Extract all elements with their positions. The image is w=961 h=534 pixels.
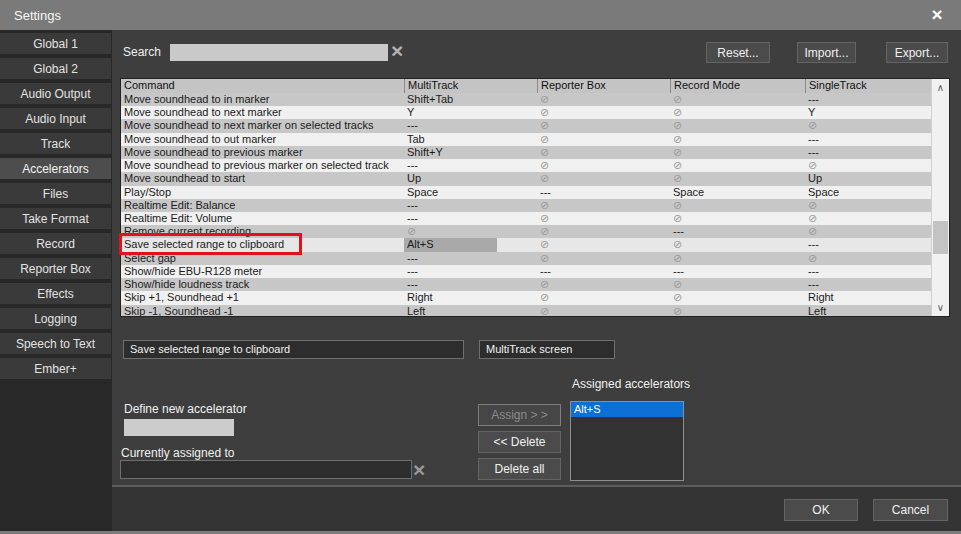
- table-row[interactable]: Move soundhead to next markerY⊘⊘Y: [121, 106, 932, 119]
- table-row[interactable]: Move soundhead to out markerTab⊘⊘---: [121, 133, 932, 146]
- cell-command: Move soundhead to start: [121, 172, 404, 185]
- table-row[interactable]: Move soundhead to in markerShift+Tab⊘⊘--…: [121, 93, 932, 106]
- reset-button[interactable]: Reset...: [706, 42, 770, 63]
- sidebar-item-take-format[interactable]: Take Format: [0, 208, 111, 229]
- cell-command: Skip +1, Soundhead +1: [121, 291, 404, 304]
- vertical-scrollbar[interactable]: ∧ ∨: [931, 79, 949, 316]
- cell-record-mode: Space: [670, 186, 805, 199]
- blocked-icon: ⊘: [537, 225, 670, 238]
- blocked-icon: ⊘: [537, 93, 670, 106]
- assigned-clear-icon[interactable]: ×: [413, 459, 425, 480]
- search-input[interactable]: [170, 44, 388, 61]
- screen-field: MultiTrack screen: [479, 340, 615, 359]
- table-header: CommandMultiTrackReporter BoxRecord Mode…: [121, 79, 932, 93]
- blocked-icon: ⊘: [537, 146, 670, 159]
- assigned-accelerator-item[interactable]: Alt+S: [571, 402, 683, 417]
- cell-multitrack: Right: [404, 291, 537, 304]
- table-row[interactable]: Move soundhead to previous markerShift+Y…: [121, 146, 932, 159]
- blocked-icon: ⊘: [537, 252, 670, 265]
- sidebar-item-accelerators[interactable]: Accelerators: [0, 158, 111, 179]
- table-row[interactable]: Move soundhead to previous marker on sel…: [121, 159, 932, 172]
- sidebar-item-logging[interactable]: Logging: [0, 308, 111, 329]
- blocked-icon: ⊘: [404, 225, 537, 238]
- delete-all-button[interactable]: Delete all: [478, 458, 561, 480]
- assign-button[interactable]: Assign > >: [478, 404, 561, 426]
- blocked-icon: ⊘: [670, 305, 805, 317]
- cell-command: Play/Stop: [121, 186, 404, 199]
- cell-record-mode: ---: [670, 225, 805, 238]
- table-row[interactable]: Show/hide EBU-R128 meter------------: [121, 265, 932, 278]
- cell-command: Move soundhead to out marker: [121, 133, 404, 146]
- column-header-multitrack[interactable]: MultiTrack: [404, 79, 537, 93]
- blocked-icon: ⊘: [805, 159, 932, 172]
- scrollbar-thumb[interactable]: [933, 221, 948, 254]
- delete-button[interactable]: << Delete: [478, 431, 561, 453]
- sidebar: Global 1Global 2Audio OutputAudio InputT…: [0, 30, 112, 531]
- table-row[interactable]: Move soundhead to next marker on selecte…: [121, 119, 932, 132]
- sidebar-item-audio-output[interactable]: Audio Output: [0, 83, 111, 104]
- scroll-down-icon[interactable]: ∨: [932, 300, 949, 315]
- cell-singletrack: Up: [805, 172, 932, 185]
- blocked-icon: ⊘: [537, 278, 670, 291]
- cell-multitrack: ---: [404, 252, 537, 265]
- cancel-button[interactable]: Cancel: [873, 499, 948, 521]
- sidebar-item-global-2[interactable]: Global 2: [0, 58, 111, 79]
- search-clear-icon[interactable]: ×: [391, 40, 403, 61]
- selected-command-field: Save selected range to clipboard: [123, 340, 464, 359]
- cell-multitrack: ---: [404, 119, 537, 132]
- cell-reporter-box: ---: [537, 265, 670, 278]
- cell-command: Move soundhead to next marker: [121, 106, 404, 119]
- cell-multitrack: ---: [404, 265, 537, 278]
- sidebar-item-ember[interactable]: Ember+: [0, 358, 111, 379]
- ok-button[interactable]: OK: [784, 499, 858, 521]
- import-button[interactable]: Import...: [797, 42, 856, 63]
- blocked-icon: ⊘: [670, 159, 805, 172]
- currently-assigned-label: Currently assigned to: [121, 446, 234, 460]
- column-header-reporter-box[interactable]: Reporter Box: [537, 79, 670, 93]
- blocked-icon: ⊘: [670, 291, 805, 304]
- currently-assigned-field[interactable]: [120, 460, 412, 479]
- export-button[interactable]: Export...: [886, 42, 948, 63]
- cell-command: Remove current recording: [121, 225, 404, 238]
- sidebar-item-global-1[interactable]: Global 1: [0, 33, 111, 54]
- assigned-accelerators-list[interactable]: Alt+S: [570, 401, 684, 481]
- sidebar-item-track[interactable]: Track: [0, 133, 111, 154]
- cell-command: Show/hide EBU-R128 meter: [121, 265, 404, 278]
- sidebar-item-record[interactable]: Record: [0, 233, 111, 254]
- table-row[interactable]: Realtime Edit: Balance---⊘⊘⊘: [121, 199, 932, 212]
- settings-dialog: Settings × Global 1Global 2Audio OutputA…: [0, 0, 961, 534]
- sidebar-item-audio-input[interactable]: Audio Input: [0, 108, 111, 129]
- table-row[interactable]: Realtime Edit: Volume---⊘⊘⊘: [121, 212, 932, 225]
- define-accelerator-label: Define new accelerator: [124, 402, 247, 416]
- table-row[interactable]: Play/StopSpace---SpaceSpace: [121, 186, 932, 199]
- column-header-record-mode[interactable]: Record Mode: [670, 79, 805, 93]
- column-header-command[interactable]: Command: [121, 79, 404, 93]
- blocked-icon: ⊘: [670, 238, 805, 251]
- blocked-icon: ⊘: [537, 159, 670, 172]
- blocked-icon: ⊘: [805, 212, 932, 225]
- cell-singletrack: ---: [805, 146, 932, 159]
- table-row[interactable]: Remove current recording⊘⊘---⊘: [121, 225, 932, 238]
- sidebar-item-files[interactable]: Files: [0, 183, 111, 204]
- table-row[interactable]: Show/hide loudness track---⊘⊘---: [121, 278, 932, 291]
- close-icon[interactable]: ×: [921, 0, 953, 30]
- table-row[interactable]: Skip +1, Soundhead +1Right⊘⊘Right: [121, 291, 932, 304]
- table-row[interactable]: Select gap---⊘⊘⊘: [121, 252, 932, 265]
- cell-singletrack: ---: [805, 93, 932, 106]
- footer: OK Cancel: [112, 487, 961, 531]
- blocked-icon: ⊘: [805, 225, 932, 238]
- scroll-up-icon[interactable]: ∧: [932, 80, 949, 95]
- table-row[interactable]: Skip -1, Soundhead -1Left⊘⊘Left: [121, 305, 932, 317]
- table-row[interactable]: Move soundhead to startUp⊘⊘Up: [121, 172, 932, 185]
- cell-command: Show/hide loudness track: [121, 278, 404, 291]
- sidebar-item-speech-to-text[interactable]: Speech to Text: [0, 333, 111, 354]
- sidebar-item-effects[interactable]: Effects: [0, 283, 111, 304]
- table-row[interactable]: Save selected range to clipboardAlt+S⊘⊘-…: [121, 238, 932, 251]
- define-accelerator-input[interactable]: [124, 419, 234, 436]
- column-header-singletrack[interactable]: SingleTrack: [805, 79, 932, 93]
- blocked-icon: ⊘: [537, 172, 670, 185]
- selected-accelerator-cell: Alt+S: [404, 238, 497, 251]
- sidebar-item-reporter-box[interactable]: Reporter Box: [0, 258, 111, 279]
- blocked-icon: ⊘: [537, 291, 670, 304]
- blocked-icon: ⊘: [537, 106, 670, 119]
